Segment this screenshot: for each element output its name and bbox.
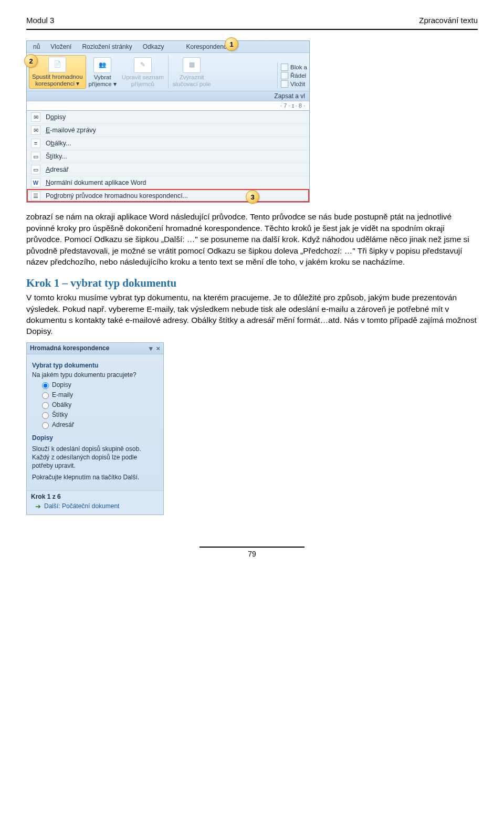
dropdown-item-letters[interactable]: ✉ Dopisy — [27, 111, 309, 123]
taskpane-title: Hromadná korespondence — [30, 344, 109, 352]
arrow-right-icon: ➔ — [35, 502, 41, 510]
ribbon-tab[interactable]: Rozložení stránky — [82, 43, 132, 50]
wizard-icon: ☰ — [31, 191, 40, 201]
radio-input[interactable] — [42, 422, 49, 429]
dropdown-item-labels[interactable]: ▭ Štítky... — [27, 150, 309, 163]
radio-input[interactable] — [42, 412, 49, 419]
ribbon-commands: 📄 Spustit hromadnou korespondenci ▾ 👥 Vy… — [27, 53, 309, 91]
next-step-link[interactable]: ➔ Další: Počáteční dokument — [35, 502, 159, 510]
header-left: Modul 3 — [26, 16, 54, 25]
ribbon-screenshot: nů Vložení Rozložení stránky Odkazy Kore… — [26, 40, 310, 203]
section-select-type: Vybrat typ dokumentu — [32, 362, 158, 369]
radio-input[interactable] — [42, 392, 49, 399]
option-label: Dopisy — [52, 381, 71, 389]
dropdown-item-envelopes[interactable]: = Obálky... — [27, 137, 309, 150]
option-adresar[interactable]: Adresář — [39, 421, 158, 429]
dropdown-item-directory[interactable]: ▭ Adresář — [27, 163, 309, 176]
body-paragraph-1: zobrazí se nám na okraji aplikace Word n… — [26, 211, 478, 267]
label[interactable]: Blok a — [290, 64, 307, 70]
option-label: Adresář — [52, 421, 74, 428]
page-footer: 79 — [26, 547, 478, 558]
separator — [168, 55, 169, 89]
description-2: Pokračujte klepnutím na tlačítko Další. — [32, 473, 158, 481]
callout-1: 1 — [225, 37, 238, 51]
cmd-label: Zvýraznit slučovací pole — [173, 74, 211, 88]
footer-rule — [200, 547, 304, 548]
dropdown-item-wizard[interactable]: ☰ Podrobný průvodce hromadnou koresponde… — [27, 189, 309, 202]
page-header: Modul 3 Zpracování textu — [26, 16, 478, 25]
dropdown-item-label: Štítky... — [46, 153, 67, 160]
label-icon: ▭ — [31, 152, 40, 161]
page-number: 79 — [26, 550, 478, 558]
edit-recipients-icon: ✎ — [134, 57, 152, 73]
dropdown-item-label: Podrobný průvodce hromadnou korespondenc… — [46, 192, 188, 200]
dropdown-item-label: Adresář — [46, 166, 69, 173]
label[interactable]: Vložit — [290, 81, 305, 87]
step-indicator: Krok 1 z 6 — [31, 493, 159, 500]
taskpane-titlebar: Hromadná korespondence ▾ × — [27, 343, 163, 354]
cmd-select-recipients[interactable]: 👥 Vybrat příjemce ▾ — [86, 56, 119, 89]
recipients-icon: 👥 — [93, 57, 111, 73]
cmd-label: Upravit seznam příjemců — [122, 74, 164, 88]
start-mailmerge-dropdown: ✉ Dopisy ✉ E-mailové zprávy = Obálky... … — [27, 111, 309, 202]
block-icon — [281, 64, 288, 71]
dropdown-item-normal-doc[interactable]: W Normální dokument aplikace Word — [27, 176, 309, 189]
label[interactable]: Řádel — [290, 72, 306, 79]
cmd-label: Spustit hromadnou korespondenci ▾ — [32, 74, 83, 87]
ribbon-tab[interactable]: Korespondence — [186, 43, 230, 50]
letter-icon: ✉ — [31, 112, 40, 122]
ribbon-tabs: nů Vložení Rozložení stránky Odkazy Kore… — [27, 41, 309, 53]
option-dopisy[interactable]: Dopisy — [39, 381, 158, 389]
ruler-ticks: · 7 · ɪ · 8 · — [280, 102, 305, 109]
callout-2: 2 — [24, 54, 38, 68]
ribbon-group-label: Zapsat a vl — [27, 91, 309, 101]
highlight-icon: ▦ — [183, 57, 201, 73]
header-rule — [26, 29, 478, 30]
question-text: Na jakém typu dokumentu pracujete? — [32, 371, 158, 379]
envelope-icon: = — [31, 139, 40, 148]
ribbon-tab[interactable]: Odkazy — [143, 43, 164, 50]
option-label: E-maily — [52, 391, 73, 398]
taskpane-menu-icon[interactable]: ▾ — [149, 344, 153, 352]
cmd-edit-recipients: ✎ Upravit seznam příjemců — [119, 56, 166, 89]
description-1: Slouží k odeslání dopisů skupině osob. K… — [32, 445, 158, 470]
strip-text: Zapsat a vl — [274, 92, 305, 100]
option-obalky[interactable]: Obálky — [39, 401, 158, 409]
directory-icon: ▭ — [31, 165, 40, 174]
dropdown-item-label: Normální dokument aplikace Word — [46, 179, 146, 186]
step-1-heading: Krok 1 – vybrat typ dokumentu — [26, 277, 478, 290]
ribbon-tab[interactable]: nů — [33, 43, 40, 50]
radio-input[interactable] — [42, 402, 49, 409]
dropdown-item-label: Obálky... — [46, 140, 71, 147]
ribbon-tab[interactable]: Vložení — [50, 43, 71, 50]
section-description-title: Dopisy — [32, 434, 158, 442]
header-right: Zpracování textu — [419, 16, 478, 25]
option-label: Štítky — [52, 411, 68, 418]
insert-icon — [281, 80, 288, 88]
taskpane-close-icon[interactable]: × — [156, 344, 160, 352]
cmd-highlight-fields: ▦ Zvýraznit slučovací pole — [170, 56, 214, 89]
word-icon: W — [31, 178, 40, 187]
radio-input[interactable] — [42, 382, 49, 389]
ruler: · 7 · ɪ · 8 · — [27, 101, 309, 111]
taskpane-footer: Krok 1 z 6 ➔ Další: Počáteční dokument — [27, 490, 163, 515]
mailmerge-icon: 📄 — [48, 57, 66, 72]
dropdown-item-label: E-mailové zprávy — [46, 127, 96, 134]
mailmerge-taskpane: Hromadná korespondence ▾ × Vybrat typ do… — [26, 342, 164, 515]
cmd-label: Vybrat příjemce ▾ — [89, 74, 117, 88]
dropdown-item-label: Dopisy — [46, 113, 66, 121]
ribbon-right-group: Blok a Řádel Vložit — [277, 62, 307, 89]
line-icon — [281, 72, 288, 79]
option-emaily[interactable]: E-maily — [39, 391, 158, 399]
next-step-label: Další: Počáteční dokument — [44, 502, 119, 510]
option-label: Obálky — [52, 401, 71, 408]
body-paragraph-2: V tomto kroku musíme vybrat typ dokument… — [26, 292, 478, 337]
dropdown-item-emails[interactable]: ✉ E-mailové zprávy — [27, 123, 309, 137]
option-stitky[interactable]: Štítky — [39, 411, 158, 419]
email-icon: ✉ — [31, 125, 40, 135]
